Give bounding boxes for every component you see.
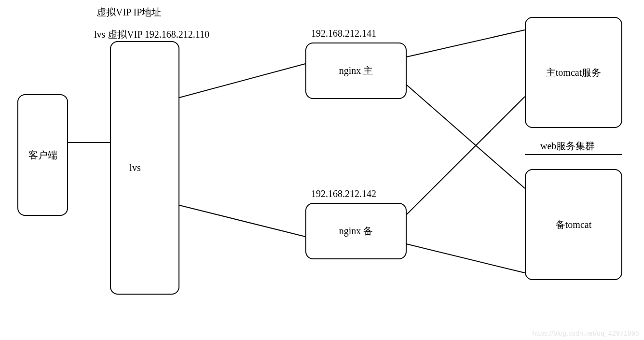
- nginx-backup-node: nginx 备: [305, 203, 407, 259]
- nginx-master-node-label: nginx 主: [339, 64, 373, 77]
- client-node-label: 客户端: [28, 149, 57, 162]
- tomcat-master-node-label: 主tomcat服务: [546, 66, 601, 79]
- web-cluster-label: web服务集群: [540, 140, 595, 153]
- watermark-text: https://blog.csdn.net/qq_42971895: [533, 329, 639, 337]
- tomcat-master-node: 主tomcat服务: [525, 17, 622, 128]
- svg-line-4: [406, 85, 525, 188]
- nginx-master-node: nginx 主: [305, 42, 407, 99]
- lvs-node-label: lvs: [129, 162, 140, 173]
- tomcat-backup-node: 备tomcat: [525, 169, 622, 280]
- nginx-backup-node-label: nginx 备: [339, 225, 373, 238]
- client-node: 客户端: [17, 94, 68, 216]
- lvs-node: lvs: [110, 41, 179, 295]
- nginx-backup-ip-label: 192.168.212.142: [311, 188, 376, 199]
- lvs-vip-address-label: lvs 虚拟VIP 192.168.212.110: [94, 28, 209, 41]
- svg-line-5: [406, 97, 525, 215]
- tomcat-backup-node-label: 备tomcat: [556, 218, 591, 231]
- svg-line-2: [179, 205, 305, 237]
- svg-line-1: [179, 64, 305, 98]
- svg-line-3: [406, 30, 525, 57]
- nginx-master-ip-label: 192.168.212.141: [311, 28, 376, 39]
- svg-line-6: [406, 244, 525, 273]
- title-virtual-vip: 虚拟VIP IP地址: [96, 6, 161, 19]
